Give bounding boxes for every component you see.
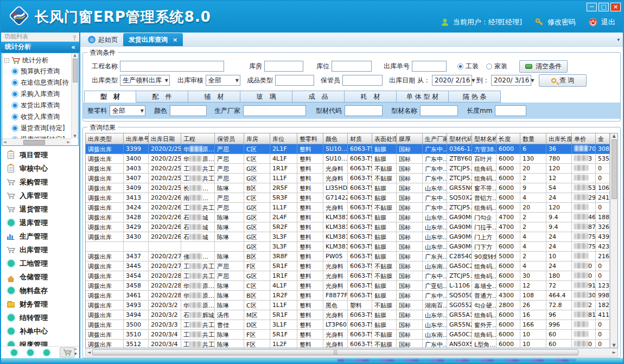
keeper-input[interactable] [342, 75, 383, 86]
table-row[interactable]: 调拨出库34932020/3/2华原…陈琳C区1L1F整料黑色塑料不贴膜国标湖南… [86, 301, 610, 310]
tab-outbound-query[interactable]: 发货出库查询 × [123, 33, 183, 46]
sidebar-module-item[interactable]: 结转管理 [1, 311, 79, 324]
table-row[interactable]: 调拨出库34292020/2/26石城陈琳G区5R2F整料KLM38176063… [86, 222, 610, 232]
column-header[interactable]: 长度 [496, 133, 520, 144]
table-row[interactable]: G区3L3F整料KLM38176063-T5贴膜国标山东华…GA90M09…门下… [86, 242, 610, 252]
material-tab[interactable]: 成 品 [292, 91, 345, 103]
column-header[interactable]: 出库日期 [149, 133, 181, 144]
sidebar-module-item[interactable]: 工地管理 [1, 257, 79, 270]
table-row[interactable]: 调拨出库34002020/2/25华原…严思C区4L1F整料SU10…6063-… [86, 154, 610, 164]
table-row[interactable]: 调拨出库35122020/3/4工共工程陈琳F区1L2F整料光身料6063-T5… [86, 340, 610, 348]
project-name-input[interactable] [120, 61, 224, 72]
sidebar-module-item[interactable]: 补单中心 [1, 324, 79, 338]
column-header[interactable]: 保管员 [215, 133, 244, 144]
minimize-button[interactable]: − [587, 3, 597, 11]
material-tab[interactable]: 型 材 [84, 91, 136, 103]
module-dot-icon[interactable] [43, 349, 50, 356]
date-to-picker[interactable]: 2020/ 3/16▼ [491, 75, 531, 86]
location-input[interactable] [332, 61, 372, 72]
table-row[interactable]: 调拨出库34242020/2/26工共工程严思G区1L1F整料光身料6063-T… [86, 203, 610, 213]
sidebar-tree-item[interactable]: 收货入库查询 [4, 111, 71, 123]
sidebar-tree-item[interactable]: 退货查询[待定] [4, 123, 71, 134]
sidebar-tree-item[interactable]: 发货出库查询 [4, 100, 71, 111]
tree-horizontal-scrollbar[interactable]: ◄► [2, 138, 71, 145]
sidebar-module-item[interactable]: 仓储管理 [1, 270, 79, 284]
column-header[interactable]: 膜厚 [397, 133, 423, 144]
warehouse-input[interactable] [264, 61, 303, 72]
maximize-button[interactable]: □ [598, 3, 609, 11]
radio-home[interactable] [486, 63, 492, 69]
column-header[interactable]: 生产厂家 [423, 133, 447, 144]
column-header[interactable]: 材质 [348, 133, 372, 144]
module-dot-icon[interactable] [11, 349, 17, 356]
tab-overflow-icon[interactable]: ▾ [617, 37, 620, 42]
grid-horizontal-scrollbar[interactable]: ◄► [85, 348, 618, 356]
tree-expander-icon[interactable]: - [4, 58, 9, 63]
audit-select[interactable]: 全部▼ [206, 75, 240, 86]
sidebar-module-item[interactable]: 生产管理 [1, 229, 79, 243]
sidebar-module-item[interactable]: 退货管理 [1, 202, 79, 216]
date-from-picker[interactable]: 2020/ 2/16▼ [432, 75, 472, 86]
color-input[interactable] [170, 105, 207, 116]
table-row[interactable]: 调拨出库34372020/2/27佛…陈琳B区3R8F整料PW056063-T5… [86, 252, 610, 261]
product-type-input[interactable] [275, 75, 314, 86]
tab-home[interactable]: ⌂ 起始页 [82, 33, 123, 46]
tree-root-node[interactable]: - 统计分析 [4, 55, 71, 66]
sidebar-tree-item[interactable]: 采购入库查询 [4, 88, 71, 100]
table-row[interactable]: 调拨出库34302020/2/26石城陈琳G区3L3F整料KLM38176063… [86, 232, 610, 242]
sidebar-tree-item[interactable]: 在途信息查询[待 [4, 77, 71, 88]
table-row[interactable]: 调拨出库34282020/2/26石城陈琳G区2L4F整料KLM38176063… [86, 213, 610, 222]
sidebar-module-item[interactable]: 入库管理 [1, 189, 79, 202]
cart-module-button[interactable] [60, 347, 75, 357]
material-tab[interactable]: 单 体 型 材 [397, 91, 449, 103]
sidebar-module-item[interactable]: 项目管理 [1, 148, 79, 162]
table-row[interactable]: 调拨出库34452020/2/27工共工程严思F区5R1F整料光身料6063-T… [86, 261, 610, 271]
column-header[interactable]: 整零料 [297, 133, 323, 144]
table-row[interactable]: 调拨出库35002020/3/3工共工程曹佳D区3L1F整料LT3P606063… [86, 320, 610, 330]
sidebar-module-item[interactable]: 退库管理 [1, 216, 79, 229]
table-row[interactable]: 调拨出库34612020/2/28华原…陈琳B区1R2F整料F8877FT606… [86, 291, 610, 301]
column-header[interactable]: 出库类型 [86, 133, 124, 144]
column-header[interactable]: 型材代码 [447, 133, 472, 144]
column-header[interactable]: 单价 [572, 133, 596, 144]
change-password-link[interactable]: 修改密码 [547, 17, 576, 27]
pin-icon[interactable] [73, 35, 76, 38]
column-header[interactable]: 工程 [181, 133, 215, 144]
collapse-icon[interactable]: « [71, 43, 75, 51]
table-row[interactable]: 调拨出库34132020/2/26南…严思C区5R3F整料G714226063-… [86, 193, 610, 203]
grid-vertical-scrollbar[interactable]: ▲▼ [610, 133, 617, 348]
material-tab[interactable]: 配 件 [136, 91, 188, 103]
material-tab[interactable]: 耗 材 [345, 91, 397, 103]
table-row[interactable]: 调拨出库34032020/2/25工共工程严思G区1R1F整料光身料6063-T… [86, 164, 610, 174]
radio-industrial[interactable] [457, 63, 463, 69]
sidebar-module-item[interactable]: 审核中心 [1, 162, 79, 175]
logout-link[interactable]: 退出 [601, 17, 615, 27]
maker-input[interactable] [243, 105, 306, 116]
order-no-input[interactable] [412, 61, 447, 72]
material-tab[interactable]: 隔 热 条 [449, 91, 501, 103]
sidebar-section-header[interactable]: 统计分析 « [1, 42, 79, 53]
sidebar-module-item[interactable]: 物料盘存 [1, 284, 79, 297]
column-header[interactable]: 金 [596, 133, 610, 144]
table-row[interactable]: 调拨出库35102020/3/4工共工程陈琳F区5R1F整料光身料6063-T5… [86, 330, 610, 340]
column-header[interactable]: 出库长度 [546, 133, 572, 144]
tree-vertical-scrollbar[interactable]: ▲▼ [71, 53, 78, 138]
sidebar-module-item[interactable]: 出库管理 [1, 243, 79, 257]
whole-piece-select[interactable]: 全部▼ [110, 105, 145, 116]
column-header[interactable]: 库位 [270, 133, 297, 144]
sidebar-tree-item[interactable]: 预算执行查询 [4, 66, 71, 77]
sidebar-module-item[interactable]: 报废管理 [1, 338, 79, 346]
module-dot-icon[interactable] [27, 349, 34, 356]
material-tab[interactable]: 辅 材 [188, 91, 240, 103]
material-tab[interactable]: 玻 璃 [240, 91, 292, 103]
table-row[interactable]: 调拨出库34582020/2/28华原…陈琳C区4L1F整料光身料6063-T5… [86, 281, 610, 291]
clear-conditions-button[interactable]: 清空条件 [519, 60, 568, 73]
table-row[interactable]: 调拨出库34942020/3/2石辉城汤伟M区5R1F整料光身料6063-T5贴… [86, 310, 610, 320]
sidebar-module-item[interactable]: 财务管理 [1, 297, 79, 311]
profile-code-input[interactable] [345, 105, 383, 116]
sidebar-module-item[interactable]: 采购管理 [1, 175, 79, 189]
column-header[interactable]: 出库单号 [124, 133, 149, 144]
sidebar-tree-item[interactable]: 退库管理[待定] [4, 134, 71, 138]
table-row[interactable]: 调拨出库33992020/2/25华原…严思C区2L1F整料SU10…6063-… [86, 144, 610, 154]
tab-close-icon[interactable]: × [173, 36, 177, 43]
